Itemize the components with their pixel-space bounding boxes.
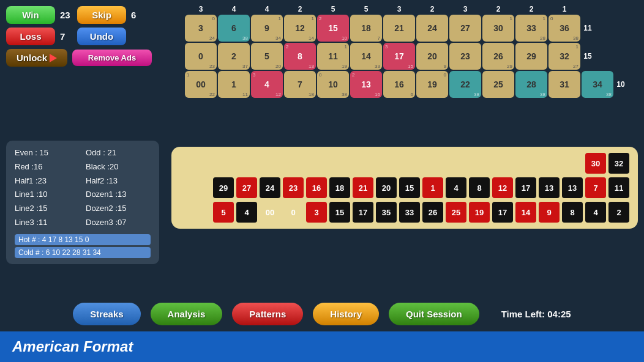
cell-num-2-11: 31 — [560, 79, 569, 89]
loss-button[interactable]: Loss — [6, 28, 55, 45]
odd-stat: Odd : 21 — [86, 147, 151, 160]
cell-0-1[interactable]: 638 — [218, 15, 250, 42]
cell-0-10[interactable]: 13328 — [515, 15, 547, 42]
cell-0-0[interactable]: 0324 — [185, 15, 217, 42]
history-cell: 17 — [353, 202, 373, 223]
unlock-button[interactable]: Unlock — [6, 49, 67, 67]
cell-1-1[interactable]: 237 — [218, 43, 250, 70]
streaks-button[interactable]: Streaks — [73, 303, 140, 325]
col-header-0: 3 — [185, 5, 217, 13]
grid-row-1: 0232375202813111191433317152092326292913… — [171, 43, 638, 70]
history-cell: 13 — [539, 177, 560, 198]
cell-2-11[interactable]: 31 — [549, 71, 580, 98]
cell-2-6[interactable]: 166 — [383, 71, 415, 98]
cell-num-2-0: 00 — [196, 79, 206, 89]
grid-row-2: 1002211134127180103821316166019223825283… — [171, 71, 638, 98]
cell-num-2-4: 10 — [328, 79, 338, 89]
cell-1-8[interactable]: 23 — [449, 43, 481, 70]
red-stat: Red :16 — [15, 161, 80, 174]
undo-button[interactable]: Undo — [77, 28, 126, 45]
history-cell: 2 — [608, 202, 629, 223]
cell-1-0[interactable]: 023 — [185, 43, 217, 70]
col-headers-row: 344255323221 — [171, 5, 638, 13]
unlock-label: Unlock — [17, 53, 47, 63]
roulette-area: 3442553232210324638193411214215101872124… — [171, 5, 638, 98]
cell-0-4[interactable]: 21510 — [317, 15, 349, 42]
row-label-right-1: 15 — [582, 52, 594, 61]
half1-stat: Half1 :23 — [15, 175, 80, 188]
cell-2-7[interactable]: 019 — [416, 71, 448, 98]
cell-2-10[interactable]: 2838 — [515, 71, 547, 98]
cell-num-2-10: 28 — [526, 79, 536, 89]
cell-num-1-1: 2 — [231, 51, 236, 61]
cell-2-0[interactable]: 10022 — [185, 71, 217, 98]
cell-1-10[interactable]: 29 — [515, 43, 547, 70]
cell-2-12[interactable]: 3438 — [582, 71, 613, 98]
cell-1-6[interactable]: 31715 — [383, 43, 415, 70]
history-cell: 14 — [515, 202, 536, 223]
cell-2-2[interactable]: 3412 — [251, 71, 283, 98]
cell-1-11[interactable]: 13227 — [549, 43, 580, 70]
cell-num-1-10: 29 — [526, 51, 536, 61]
cell-0-9[interactable]: 130 — [482, 15, 514, 42]
col-header-4: 5 — [317, 5, 349, 13]
history-row-2: 5400031517353326251917149842 — [180, 202, 629, 223]
history-strip: 3032292724231618212015148121713137115400… — [171, 147, 638, 229]
cell-2-4[interactable]: 01038 — [317, 71, 349, 98]
cell-num-1-8: 23 — [460, 51, 470, 61]
history-cell: 26 — [422, 202, 443, 223]
win-button[interactable]: Win — [6, 6, 55, 24]
history-cell: 17 — [492, 202, 513, 223]
cell-2-8[interactable]: 2238 — [449, 71, 481, 98]
history-cell: 18 — [329, 177, 350, 198]
cell-0-8[interactable]: 27 — [449, 15, 481, 42]
cell-num-2-6: 16 — [394, 79, 404, 89]
cell-2-9[interactable]: 25 — [482, 71, 514, 98]
cell-num-1-2: 5 — [264, 51, 269, 61]
history-row-1: 29272423161821201514812171313711 — [180, 177, 629, 198]
cell-1-9[interactable]: 2629 — [482, 43, 514, 70]
black-stat: Black :20 — [86, 161, 151, 174]
cell-1-4[interactable]: 11119 — [317, 43, 349, 70]
cell-num-1-0: 0 — [198, 51, 203, 61]
history-cell: 29 — [213, 177, 234, 198]
cell-num-2-1: 1 — [231, 79, 236, 89]
cell-1-7[interactable]: 209 — [416, 43, 448, 70]
grid-row-0: 0324638193411214215101872124271301332803… — [171, 15, 638, 42]
dozen3-stat: Dozen3 :07 — [86, 216, 151, 229]
stats-panel: Even : 15 Odd : 21 Red :16 Black :20 Hal… — [6, 141, 159, 264]
bottom-bar: Streaks Analysis Patterns History Quit S… — [0, 303, 644, 325]
cell-0-11[interactable]: 03638 — [549, 15, 580, 42]
cell-2-5[interactable]: 21316 — [350, 71, 382, 98]
dozen1-stat: Dozen1 :13 — [86, 188, 151, 201]
cell-num-2-2: 4 — [264, 79, 269, 89]
history-cell: 16 — [306, 177, 327, 198]
cell-2-3[interactable]: 718 — [284, 71, 316, 98]
cell-num-2-12: 34 — [593, 79, 602, 89]
cell-1-2[interactable]: 520 — [251, 43, 283, 70]
cell-num-0-8: 27 — [460, 23, 470, 33]
history-cell: 9 — [539, 202, 560, 223]
cell-0-7[interactable]: 24 — [416, 15, 448, 42]
cell-0-2[interactable]: 1934 — [251, 15, 283, 42]
cell-num-1-3: 8 — [298, 51, 302, 61]
analysis-button[interactable]: Analysis — [151, 303, 223, 325]
skip-button[interactable]: Skip — [77, 6, 126, 24]
history-cell: 8 — [469, 177, 490, 198]
cell-num-0-1: 6 — [231, 23, 236, 33]
quit-button[interactable]: Quit Session — [389, 303, 479, 325]
history-cell: 15 — [329, 202, 350, 223]
cell-num-1-4: 11 — [328, 51, 338, 61]
history-button[interactable]: History — [313, 303, 379, 325]
cell-0-3[interactable]: 11214 — [284, 15, 316, 42]
cell-num-2-3: 7 — [298, 79, 302, 89]
remove-ads-button[interactable]: Remove Ads — [72, 50, 152, 66]
patterns-button[interactable]: Patterns — [232, 303, 303, 325]
col-header-9: 2 — [482, 5, 514, 13]
cell-0-5[interactable]: 187 — [350, 15, 382, 42]
cell-1-5[interactable]: 1433 — [350, 43, 382, 70]
cell-0-6[interactable]: 21 — [383, 15, 415, 42]
cell-2-1[interactable]: 111 — [218, 71, 250, 98]
history-cell: 00 — [260, 202, 280, 223]
cell-1-3[interactable]: 2813 — [284, 43, 316, 70]
